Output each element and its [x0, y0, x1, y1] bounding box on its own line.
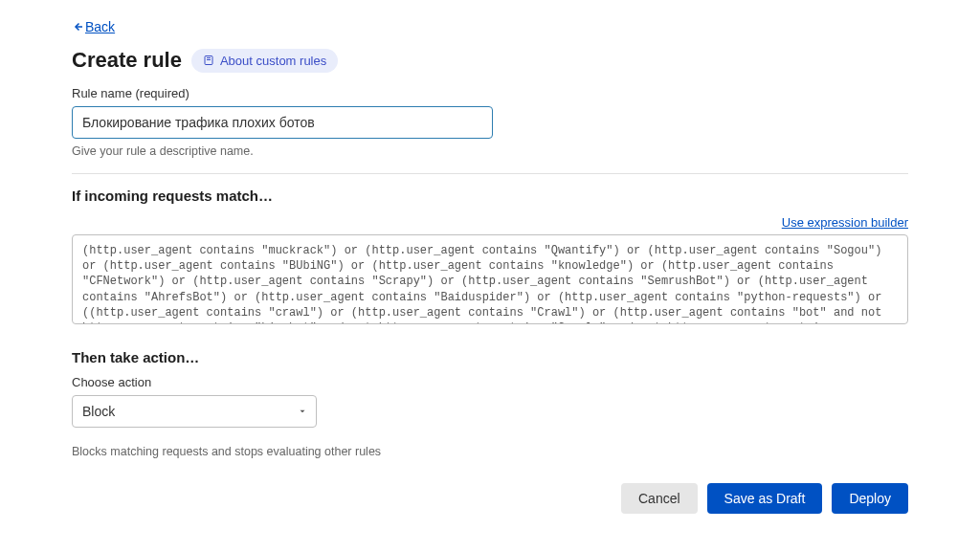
- arrow-left-icon: [72, 21, 83, 33]
- save-draft-button[interactable]: Save as Draft: [707, 483, 823, 514]
- expression-builder-link[interactable]: Use expression builder: [782, 215, 908, 230]
- back-link-label: Back: [85, 19, 115, 34]
- choose-action-label: Choose action: [72, 375, 908, 389]
- rule-name-input[interactable]: [72, 106, 493, 139]
- action-section-title: Then take action…: [72, 349, 908, 365]
- back-link[interactable]: Back: [72, 19, 115, 34]
- cancel-button[interactable]: Cancel: [621, 483, 698, 514]
- rule-name-label: Rule name (required): [72, 86, 908, 100]
- expression-editor[interactable]: [72, 234, 908, 324]
- book-icon: [203, 55, 214, 66]
- about-pill-label: About custom rules: [220, 54, 326, 68]
- match-section-title: If incoming requests match…: [72, 188, 908, 204]
- divider: [72, 173, 908, 174]
- page-title: Create rule: [72, 48, 182, 73]
- about-custom-rules-button[interactable]: About custom rules: [191, 49, 338, 73]
- rule-name-hint: Give your rule a descriptive name.: [72, 144, 908, 158]
- action-description: Blocks matching requests and stops evalu…: [72, 445, 908, 458]
- deploy-button[interactable]: Deploy: [832, 483, 908, 514]
- action-select[interactable]: Block: [72, 395, 317, 428]
